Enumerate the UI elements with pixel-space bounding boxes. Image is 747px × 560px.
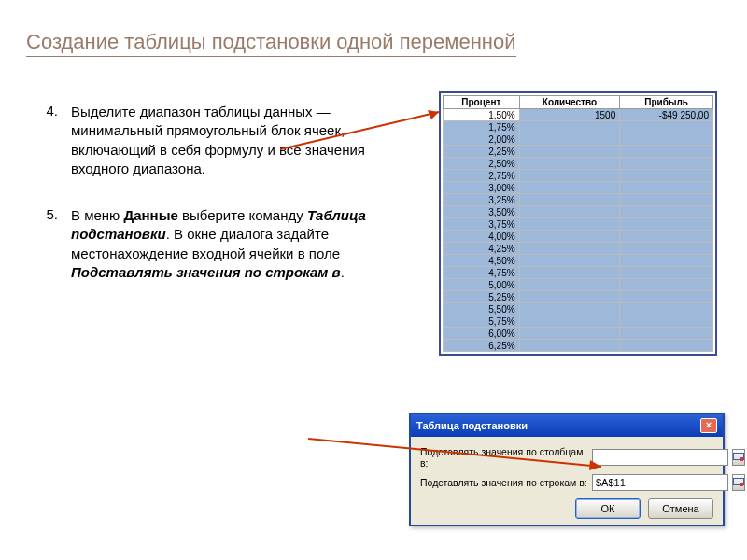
table-cell xyxy=(620,194,713,206)
table-cell xyxy=(620,182,713,194)
table-header-cell: Прибыль xyxy=(620,96,713,109)
table-cell xyxy=(519,255,620,267)
table-cell xyxy=(519,170,620,182)
table-row: 3,25% xyxy=(444,194,713,206)
table-cell: 3,25% xyxy=(444,194,520,206)
close-icon[interactable]: × xyxy=(700,418,717,433)
table-cell: 3,00% xyxy=(444,182,520,194)
input-rows[interactable] xyxy=(592,474,728,491)
table-cell: 5,00% xyxy=(444,279,520,291)
table-cell xyxy=(519,328,620,340)
table-cell xyxy=(620,206,713,218)
table-cell: 5,75% xyxy=(444,315,520,328)
table-cell: 6,25% xyxy=(444,340,520,352)
table-row: 5,50% xyxy=(444,303,713,315)
table-cell xyxy=(620,243,713,255)
table-cell xyxy=(620,158,713,170)
data-table: ПроцентКоличествоПрибыль 1,50%1500-$49 2… xyxy=(443,95,713,352)
table-cell: 6,00% xyxy=(444,328,520,340)
table-cell: 1,50% xyxy=(444,109,520,121)
dialog-buttons: ОК Отмена xyxy=(420,498,713,519)
table-cell xyxy=(620,231,713,243)
table-row: 3,75% xyxy=(444,218,713,231)
table-cell xyxy=(620,291,713,303)
instruction-item: 4.Выделите диапазон таблицы данных — мин… xyxy=(28,103,392,178)
dialog-row-rows: Подставлять значения по строкам в: xyxy=(420,474,713,491)
cancel-button[interactable]: Отмена xyxy=(648,498,713,519)
table-header-cell: Количество xyxy=(519,96,620,109)
table-cell xyxy=(519,267,620,279)
table-cell xyxy=(519,218,620,231)
table-cell xyxy=(519,279,620,291)
table-cell: 4,50% xyxy=(444,255,520,267)
table-cell xyxy=(620,328,713,340)
table-row: 6,25% xyxy=(444,340,713,352)
table-cell xyxy=(519,133,620,146)
table-cell: 3,75% xyxy=(444,218,520,231)
dialog-body: Подставлять значения по столбцам в: Подс… xyxy=(411,437,723,525)
range-picker-icon xyxy=(733,453,744,462)
table-cell xyxy=(620,218,713,231)
table-row: 1,50%1500-$49 250,00 xyxy=(444,109,713,121)
table-cell: -$49 250,00 xyxy=(620,109,713,121)
table-cell xyxy=(620,267,713,279)
dialog-title-text: Таблица подстановки xyxy=(416,420,528,431)
instruction-number: 5. xyxy=(28,206,71,282)
table-header-cell: Процент xyxy=(444,96,520,109)
table-cell xyxy=(620,133,713,146)
dialog-row-cols: Подставлять значения по столбцам в: xyxy=(420,446,713,469)
table-cell: 5,50% xyxy=(444,303,520,315)
range-picker-button-rows[interactable] xyxy=(732,474,745,491)
table-row: 5,00% xyxy=(444,279,713,291)
table-cell: 4,25% xyxy=(444,243,520,255)
svg-marker-1 xyxy=(428,110,439,119)
table-cell xyxy=(620,340,713,352)
table-row: 3,50% xyxy=(444,206,713,218)
table-cell: 1500 xyxy=(519,109,620,121)
label-rows: Подставлять значения по строкам в: xyxy=(420,477,592,488)
table-row: 2,50% xyxy=(444,158,713,170)
instruction-text: В меню Данные выберите команду Таблица п… xyxy=(71,206,392,282)
table-header-row: ПроцентКоличествоПрибыль xyxy=(444,96,713,109)
instructions-list: 4.Выделите диапазон таблицы данных — мин… xyxy=(28,103,392,310)
table-cell xyxy=(519,121,620,133)
page-title: Создание таблицы подстановки одной перем… xyxy=(26,30,516,57)
table-cell xyxy=(519,340,620,352)
table-cell xyxy=(519,194,620,206)
table-cell xyxy=(620,315,713,328)
table-cell: 1,75% xyxy=(444,121,520,133)
table-cell xyxy=(519,315,620,328)
range-picker-button-cols[interactable] xyxy=(732,449,745,466)
input-cols[interactable] xyxy=(592,449,728,466)
table-cell: 2,25% xyxy=(444,146,520,158)
table-cell xyxy=(519,182,620,194)
substitution-dialog: Таблица подстановки × Подставлять значен… xyxy=(409,413,725,526)
table-cell: 2,50% xyxy=(444,158,520,170)
instruction-item: 5.В меню Данные выберите команду Таблица… xyxy=(28,206,392,282)
label-cols: Подставлять значения по столбцам в: xyxy=(420,446,592,469)
table-cell xyxy=(620,170,713,182)
table-cell xyxy=(519,243,620,255)
table-row: 6,00% xyxy=(444,328,713,340)
table-cell xyxy=(519,146,620,158)
table-cell xyxy=(519,303,620,315)
dialog-titlebar: Таблица подстановки × xyxy=(411,414,723,437)
table-cell: 2,00% xyxy=(444,133,520,146)
table-row: 1,75% xyxy=(444,121,713,133)
table-row: 5,75% xyxy=(444,315,713,328)
table-body: 1,50%1500-$49 250,001,75%2,00%2,25%2,50%… xyxy=(444,109,713,352)
table-cell xyxy=(519,291,620,303)
ok-button[interactable]: ОК xyxy=(575,498,641,519)
instruction-number: 4. xyxy=(28,103,71,178)
table-row: 5,25% xyxy=(444,291,713,303)
table-cell xyxy=(620,146,713,158)
table-row: 4,50% xyxy=(444,255,713,267)
table-row: 2,75% xyxy=(444,170,713,182)
range-picker-icon xyxy=(733,478,744,487)
table-cell: 3,50% xyxy=(444,206,520,218)
table-cell xyxy=(620,303,713,315)
table-row: 4,75% xyxy=(444,267,713,279)
table-cell: 2,75% xyxy=(444,170,520,182)
instruction-text: Выделите диапазон таблицы данных — миним… xyxy=(71,103,392,178)
table-cell xyxy=(519,158,620,170)
